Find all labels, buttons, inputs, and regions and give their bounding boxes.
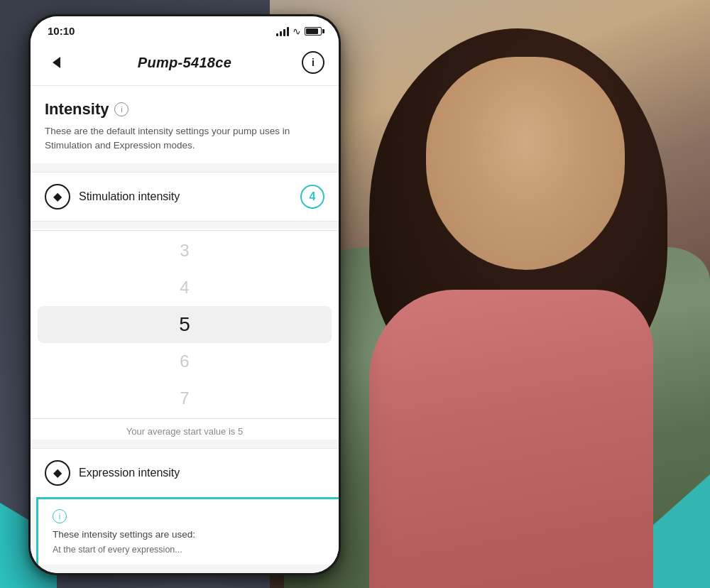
status-bar: 10:10 ∿: [31, 16, 339, 43]
stimulation-card-header: ◆ Stimulation intensity 4: [45, 184, 324, 209]
header-info-icon: i: [312, 57, 315, 68]
phone-screen: 10:10 ∿: [31, 16, 339, 573]
signal-bar-3: [283, 29, 285, 36]
info-note: i These intensity settings are used: At …: [36, 497, 339, 565]
picker-divider-bottom: [31, 418, 339, 419]
signal-bar-4: [287, 27, 289, 36]
status-icons: ∿: [276, 26, 322, 37]
stimulation-card-left: ◆ Stimulation intensity: [45, 184, 180, 209]
expression-label: Expression intensity: [79, 467, 180, 479]
signal-bar-2: [280, 31, 282, 36]
stimulation-intensity-card: ◆ Stimulation intensity 4: [31, 172, 339, 222]
picker-item-3[interactable]: 3: [31, 232, 339, 269]
intensity-header: Intensity i These are the default intens…: [31, 86, 339, 163]
battery-icon: [305, 27, 322, 36]
average-start-text: Your average start value is 5: [31, 420, 339, 440]
expression-intensity-section: ◆ Expression intensity: [31, 448, 339, 497]
person-top: [369, 290, 653, 588]
app-title: Pump-5418ce: [138, 55, 231, 71]
signal-icon: [276, 26, 289, 36]
phone-device: 10:10 ∿: [28, 14, 341, 575]
expression-droplet-icon: ◆: [53, 466, 62, 479]
back-chevron-icon: [53, 57, 60, 68]
wifi-icon: ∿: [293, 26, 301, 37]
picker-item-5-selected[interactable]: 5: [38, 306, 332, 343]
battery-fill: [306, 28, 318, 34]
droplet-icon: ◆: [53, 190, 62, 203]
back-button[interactable]: [45, 51, 67, 74]
intensity-info-icon: i: [121, 105, 122, 114]
stimulation-scroll-picker[interactable]: 3 4 5 6 7 Your average start value is 5: [31, 229, 339, 440]
expression-card-header: ◆ Expression intensity: [45, 460, 324, 486]
intensity-title-row: Intensity i: [45, 100, 324, 119]
intensity-info-button[interactable]: i: [114, 102, 129, 116]
status-time: 10:10: [48, 25, 75, 37]
intensity-title: Intensity: [45, 100, 109, 119]
phone-frame: 10:10 ∿: [28, 14, 341, 575]
header-info-button[interactable]: i: [302, 51, 324, 74]
stimulation-pump-icon: ◆: [45, 184, 70, 209]
person-face: [426, 57, 625, 270]
signal-bar-1: [276, 33, 278, 36]
picker-item-6[interactable]: 6: [31, 343, 339, 380]
note-sub-text: At the start of every expression...: [53, 545, 324, 555]
picker-item-7[interactable]: 7: [31, 380, 339, 417]
note-i-label: i: [59, 512, 60, 521]
picker-divider-top: [31, 230, 339, 231]
info-note-header: i: [53, 509, 324, 523]
app-content: Intensity i These are the default intens…: [31, 86, 339, 573]
stimulation-label: Stimulation intensity: [79, 190, 180, 203]
expression-pump-icon: ◆: [45, 460, 70, 486]
expression-card-left: ◆ Expression intensity: [45, 460, 180, 486]
intensity-description: These are the default intensity settings…: [45, 124, 324, 153]
note-title-text: These intensity settings are used:: [53, 528, 324, 542]
stimulation-value-badge: 4: [300, 185, 324, 209]
app-header: Pump-5418ce i: [31, 43, 339, 86]
note-info-icon: i: [53, 509, 67, 523]
picker-item-4[interactable]: 4: [31, 269, 339, 306]
stimulation-current-value: 4: [310, 190, 316, 203]
